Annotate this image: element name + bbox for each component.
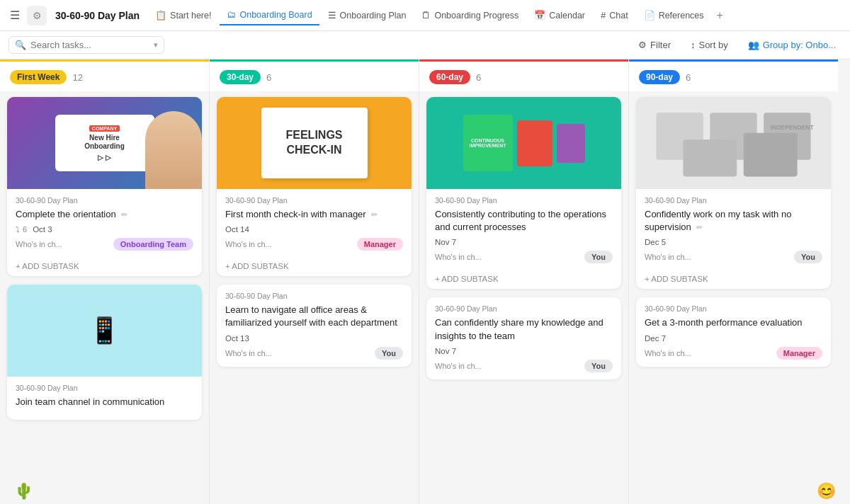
card-title-evaluation: Get a 3-month performance evaluation <box>645 316 822 329</box>
card-footer-navigate: Who's in ch... You <box>225 347 403 360</box>
card-orientation[interactable]: COMPANY New HireOnboarding ▷ ▷ 30-60-90 … <box>7 97 202 276</box>
column-first-week: First Week 12 COMPANY New HireOnboarding… <box>0 59 209 504</box>
card-body-navigate: 30-60-90 Day Plan Learn to navigate all … <box>217 285 412 366</box>
card-date-independent: Dec 5 <box>645 238 666 246</box>
add-subtask-btn[interactable]: + ADD SUBTASK <box>7 258 202 276</box>
who-label: Who's in ch... <box>16 240 62 248</box>
card-body-contributing: 30-60-90 Day Plan Consistently contribut… <box>426 189 621 270</box>
search-dropdown-icon[interactable]: ▾ <box>154 40 158 50</box>
svg-rect-4 <box>683 139 737 176</box>
search-input[interactable] <box>30 40 130 50</box>
group-icon: 👥 <box>748 40 759 50</box>
badge-first-week: First Week <box>10 70 67 84</box>
card-navigate[interactable]: 30-60-90 Day Plan Learn to navigate all … <box>217 285 412 366</box>
board: First Week 12 COMPANY New HireOnboarding… <box>0 59 850 504</box>
tab-board[interactable]: 🗂 Onboarding Board <box>220 5 319 25</box>
tab-start[interactable]: 📋 Start here! <box>148 6 218 25</box>
card-date: Oct 3 <box>33 225 52 234</box>
card-body-communication: 30-60-90 Day Plan Join team channel in c… <box>7 377 202 420</box>
add-subtask-btn-contributing[interactable]: + ADD SUBTASK <box>426 270 621 289</box>
card-communication[interactable]: 📱 30-60-90 Day Plan Join team channel in… <box>7 285 202 420</box>
card-footer-independent: Who's in ch... You <box>645 251 822 263</box>
card-meta-comm: 30-60-90 Day Plan <box>16 384 193 392</box>
card-meta-independent: 30-60-90 Day Plan <box>645 196 822 205</box>
play-controls: ▷ ▷ <box>98 154 111 161</box>
tab-progress[interactable]: 🗒 Onboarding Progress <box>414 6 526 25</box>
card-title-comm: Join team channel in communication <box>16 396 193 408</box>
add-subtask-btn-checkin[interactable]: + ADD SUBTASK <box>217 258 412 276</box>
app-logo: ⚙ <box>27 6 47 25</box>
add-tab-button[interactable]: + <box>717 9 723 22</box>
top-nav: ☰ ⚙ 30-60-90 Day Plan 📋 Start here! 🗂 On… <box>0 0 850 31</box>
add-subtask-btn-independent[interactable]: + ADD SUBTASK <box>636 270 831 289</box>
card-date-row: ⤵ 6 Oct 3 <box>16 225 193 234</box>
card-body-evaluation: 30-60-90 Day Plan Get a 3-month performa… <box>636 297 831 366</box>
tab-plan[interactable]: ☰ Onboarding Plan <box>321 6 414 25</box>
card-meta-checkin: 30-60-90 Day Plan <box>225 196 403 205</box>
who-label-independent: Who's in ch... <box>645 253 691 261</box>
card-date-row-contributing: Nov 7 <box>435 238 613 246</box>
card-title: Complete the orientation ✏ <box>16 208 193 221</box>
card-date-evaluation: Dec 7 <box>645 334 666 343</box>
column-header-first-week: First Week 12 <box>0 59 209 91</box>
feelings-text: FEELINGSCHECK-IN <box>261 108 368 178</box>
who-label-knowledge: Who's in ch... <box>435 362 482 370</box>
card-checkin[interactable]: FEELINGSCHECK-IN 🌵 😊 30-60-90 Day Plan F… <box>217 97 412 276</box>
tab-chat[interactable]: # Chat <box>594 6 635 25</box>
edit-icon[interactable]: ✏ <box>121 210 128 219</box>
search-icon: 🔍 <box>15 40 26 50</box>
tab-references[interactable]: 📄 References <box>637 6 711 25</box>
card-contributing[interactable]: CONTINUOUSIMPROVEMENT 30-60-90 Day Plan … <box>426 97 621 289</box>
card-knowledge[interactable]: 30-60-90 Day Plan Can confidently share … <box>426 297 621 379</box>
badge-90: 90-day <box>639 70 680 84</box>
column-day90: 90-day 6 INDEPENDENT <box>629 59 838 504</box>
assignee-badge-manager: Manager <box>357 238 403 251</box>
card-date-row-knowledge: Nov 7 <box>435 347 613 355</box>
group-button[interactable]: 👥 Group by: Onbo... <box>742 37 842 53</box>
who-label-evaluation: Who's in ch... <box>645 349 691 357</box>
assignee-badge-manager-eval: Manager <box>776 347 822 360</box>
hamburger-menu[interactable]: ☰ <box>6 6 24 25</box>
page-title: 30-60-90 Day Plan <box>55 10 140 21</box>
sort-button[interactable]: ↕ Sort by <box>685 37 734 53</box>
who-label-navigate: Who's in ch... <box>225 349 272 357</box>
who-label-checkin: Who's in ch... <box>225 240 272 248</box>
card-independent[interactable]: INDEPENDENT 30-60-90 Day Plan Confidentl… <box>636 97 831 289</box>
column-cards-first-week: COMPANY New HireOnboarding ▷ ▷ 30-60-90 … <box>0 91 209 504</box>
assignee-badge-you-contributing: You <box>584 251 613 263</box>
card-meta-knowledge: 30-60-90 Day Plan <box>435 304 613 313</box>
column-count-first-week: 12 <box>72 72 82 83</box>
card-date-row-evaluation: Dec 7 <box>645 334 822 343</box>
card-footer-contributing: Who's in ch... You <box>435 251 613 263</box>
subtask-count: ⤵ 6 <box>16 225 27 234</box>
search-container[interactable]: 🔍 ▾ <box>8 36 164 54</box>
edit-icon-checkin[interactable]: ✏ <box>371 210 378 219</box>
card-date-knowledge: Nov 7 <box>435 347 456 355</box>
subtask-icon: ⤵ <box>16 225 20 234</box>
column-header-day60: 60-day 6 <box>419 59 628 91</box>
nav-tabs: 📋 Start here! 🗂 Onboarding Board ☰ Onboa… <box>148 5 711 25</box>
card-image-continuous: CONTINUOUSIMPROVEMENT <box>426 97 621 189</box>
sort-icon: ↕ <box>691 40 696 50</box>
svg-rect-5 <box>744 133 798 177</box>
phone-icon: 📱 <box>89 316 120 345</box>
chat-icon: # <box>601 10 606 21</box>
board-icon: 🗂 <box>227 9 236 20</box>
column-day30: 30-day 6 FEELINGSCHECK-IN 🌵 😊 30-60-90 D… <box>210 59 419 504</box>
new-hire-text: New HireOnboarding <box>84 134 125 151</box>
card-date-navigate: Oct 13 <box>225 334 249 343</box>
assignee-badge: Onboarding Team <box>113 238 193 251</box>
filter-button[interactable]: ⚙ Filter <box>633 37 676 53</box>
puzzle-svg: INDEPENDENT <box>636 97 831 189</box>
card-evaluation[interactable]: 30-60-90 Day Plan Get a 3-month performa… <box>636 297 831 366</box>
edit-icon-independent[interactable]: ✏ <box>696 223 703 231</box>
card-image-puzzle: INDEPENDENT <box>636 97 831 189</box>
card-body-independent: 30-60-90 Day Plan Confidently work on my… <box>636 189 831 270</box>
card-date-contributing: Nov 7 <box>435 238 456 246</box>
badge-30: 30-day <box>220 70 261 84</box>
company-label: COMPANY <box>89 125 120 132</box>
card-title-checkin: First month check-in with manager ✏ <box>225 208 403 221</box>
tab-calendar[interactable]: 📅 Calendar <box>527 6 592 25</box>
card-body-orientation: 30-60-90 Day Plan Complete the orientati… <box>7 189 202 258</box>
card-footer-checkin: Who's in ch... Manager <box>225 238 403 251</box>
